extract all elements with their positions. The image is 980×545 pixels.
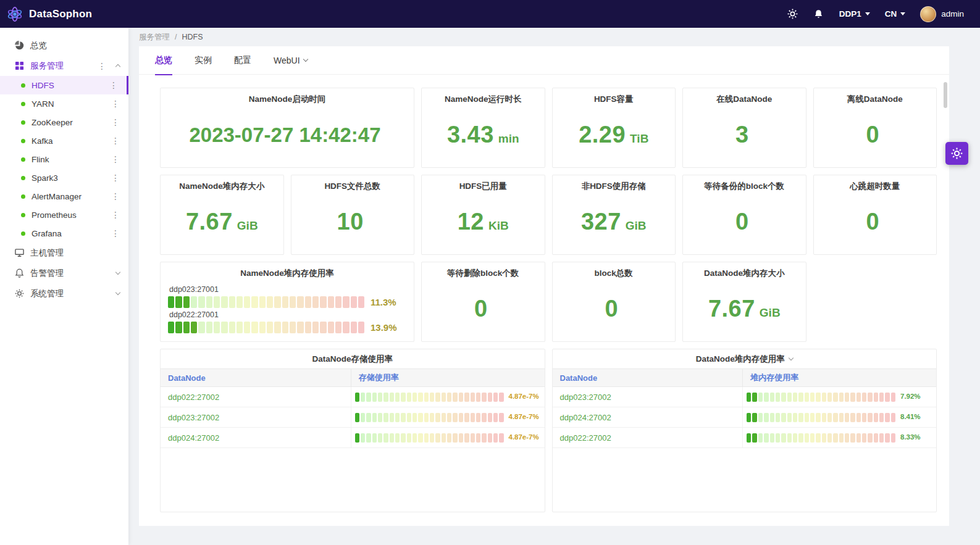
stat-card-value: 10 bbox=[337, 209, 368, 235]
sidebar-item-alertmanager[interactable]: AlertManager ⋮ bbox=[0, 187, 128, 206]
datanode-cell: ddp022:27002 bbox=[161, 387, 351, 407]
gauge-percent: 7.92% bbox=[900, 393, 931, 401]
gauge-percent: 4.87e-7% bbox=[508, 433, 539, 441]
tab-instances[interactable]: 实例 bbox=[195, 46, 212, 75]
sidebar-item-label: 服务管理 bbox=[30, 60, 64, 72]
sidebar-item-grafana[interactable]: Grafana ⋮ bbox=[0, 224, 128, 243]
table-row: ddp023:27002 4.87e-7% bbox=[161, 407, 545, 428]
sidebar-item-spark3[interactable]: Spark3 ⋮ bbox=[0, 168, 128, 187]
topbar: DataSophon DDP1 CN admin bbox=[0, 0, 980, 28]
cluster-name: DDP1 bbox=[839, 9, 861, 19]
datanode-heap-usage-table: DataNode堆内存使用率 DataNode 堆内存使用率 ddp023:27… bbox=[552, 349, 937, 512]
app-brand: DataSophon bbox=[0, 6, 92, 23]
kebab-menu-icon[interactable]: ⋮ bbox=[111, 192, 120, 201]
sidebar-item-label: AlertManager bbox=[31, 192, 82, 201]
stat-card-value: 3 bbox=[735, 122, 753, 148]
kebab-menu-icon[interactable]: ⋮ bbox=[109, 81, 118, 89]
stat-card-value: 2.29TiB bbox=[579, 122, 648, 148]
username: admin bbox=[941, 9, 964, 19]
status-dot-green bbox=[21, 194, 25, 199]
stat-card-hdfs-used: HDFS已用量 12KiB bbox=[421, 175, 545, 255]
stat-card-title: block总数 bbox=[553, 262, 676, 279]
stat-card-value: 0 bbox=[866, 209, 884, 235]
kebab-menu-icon[interactable]: ⋮ bbox=[111, 118, 120, 127]
sidebar-item-hdfs[interactable]: HDFS ⋮ bbox=[0, 76, 128, 94]
sidebar-item-flink[interactable]: Flink ⋮ bbox=[0, 150, 128, 168]
sidebar-item-alert-mgmt[interactable]: 告警管理 bbox=[0, 263, 128, 283]
sidebar-item-kafka[interactable]: Kafka ⋮ bbox=[0, 131, 128, 150]
column-header[interactable]: 存储使用率 bbox=[351, 369, 545, 386]
theme-settings-button[interactable] bbox=[945, 142, 968, 165]
language-label: CN bbox=[885, 9, 897, 19]
table-title[interactable]: DataNode堆内存使用率 bbox=[553, 349, 937, 368]
storage-usage-gauge bbox=[355, 413, 504, 422]
status-dot-green bbox=[21, 83, 25, 88]
chevron-down-icon bbox=[789, 356, 794, 360]
stat-card-title: 等待备份的block个数 bbox=[683, 175, 806, 192]
column-header[interactable]: DataNode bbox=[161, 369, 351, 386]
stat-card-total-blocks: block总数 0 bbox=[552, 262, 676, 342]
datanode-cell: ddp022:27002 bbox=[553, 428, 743, 447]
chevron-down-icon bbox=[115, 290, 120, 295]
stat-card-title: HDFS文件总数 bbox=[291, 175, 414, 192]
tab-webui[interactable]: WebUI bbox=[274, 46, 308, 75]
table-row: ddp022:27002 8.33% bbox=[553, 428, 937, 448]
sidebar-item-host-mgmt[interactable]: 主机管理 bbox=[0, 243, 128, 263]
stat-card-value: 3.43min bbox=[447, 122, 519, 148]
stat-card-value: 0 bbox=[474, 296, 492, 322]
user-menu[interactable]: admin bbox=[920, 6, 964, 22]
kebab-menu-icon[interactable]: ⋮ bbox=[111, 155, 120, 164]
sidebar-item-service-mgmt[interactable]: 服务管理 ⋮ bbox=[0, 56, 128, 76]
kebab-menu-icon[interactable]: ⋮ bbox=[111, 210, 120, 219]
table-row: ddp023:27002 7.92% bbox=[553, 387, 937, 407]
gear-icon bbox=[951, 148, 963, 159]
chevron-down-icon bbox=[115, 270, 120, 275]
language-dropdown[interactable]: CN bbox=[885, 9, 906, 19]
sidebar-item-label: 系统管理 bbox=[30, 288, 64, 299]
sidebar-item-prometheus[interactable]: Prometheus ⋮ bbox=[0, 206, 128, 224]
stat-card-value: 327GiB bbox=[581, 209, 647, 235]
sidebar-item-yarn[interactable]: YARN ⋮ bbox=[0, 94, 128, 113]
status-dot-green bbox=[21, 157, 25, 162]
heap-usage-gauge bbox=[168, 322, 364, 333]
avatar bbox=[920, 6, 936, 22]
column-header[interactable]: 堆内存使用率 bbox=[742, 369, 936, 386]
cluster-dropdown[interactable]: DDP1 bbox=[839, 9, 870, 19]
tab-overview[interactable]: 总览 bbox=[155, 46, 172, 75]
kebab-menu-icon[interactable]: ⋮ bbox=[111, 136, 120, 145]
gauge-percent: 8.41% bbox=[900, 413, 931, 421]
settings-icon[interactable] bbox=[787, 9, 798, 20]
status-dot-green bbox=[21, 213, 25, 217]
caret-down-icon bbox=[865, 12, 870, 15]
status-dot-green bbox=[21, 120, 25, 125]
stat-card-title: 心跳超时数量 bbox=[814, 175, 937, 192]
sidebar-item-system-mgmt[interactable]: 系统管理 bbox=[0, 283, 128, 304]
sidebar-item-zookeeper[interactable]: ZooKeeper ⋮ bbox=[0, 113, 128, 131]
table-title: DataNode存储使用率 bbox=[161, 349, 545, 368]
card-title: NameNode堆内存使用率 bbox=[161, 262, 414, 279]
sidebar-item-label: HDFS bbox=[31, 81, 54, 90]
sidebar-item-label: Prometheus bbox=[31, 210, 77, 220]
namenode-heap-usage-card: NameNode堆内存使用率 ddp023:27001 11.3% ddp022… bbox=[160, 262, 414, 342]
status-dot-green bbox=[21, 176, 25, 180]
sidebar: 总览 服务管理 ⋮ HDFS ⋮ YARN ⋮ ZooKeeper ⋮ Kafk… bbox=[0, 28, 128, 545]
chevron-up-icon[interactable] bbox=[115, 64, 120, 69]
breadcrumb-current: HDFS bbox=[182, 33, 203, 41]
stat-card-blocks-pending-replication: 等待备份的block个数 0 bbox=[682, 175, 806, 255]
stat-card-datanodes-online: 在线DataNode 3 bbox=[682, 88, 806, 168]
dashboard-content: NameNode启动时间 2023-07-27 14:42:47 NameNod… bbox=[139, 75, 949, 526]
scrollbar-thumb[interactable] bbox=[944, 82, 947, 108]
kebab-menu-icon[interactable]: ⋮ bbox=[98, 62, 106, 70]
sidebar-item-overview[interactable]: 总览 bbox=[0, 35, 128, 56]
kebab-menu-icon[interactable]: ⋮ bbox=[111, 173, 120, 182]
alarm-icon[interactable] bbox=[813, 9, 824, 20]
column-header[interactable]: DataNode bbox=[553, 369, 743, 386]
kebab-menu-icon[interactable]: ⋮ bbox=[111, 229, 120, 238]
stat-card-title: HDFS已用量 bbox=[422, 175, 545, 192]
breadcrumb-item[interactable]: 服务管理 bbox=[139, 32, 170, 43]
kebab-menu-icon[interactable]: ⋮ bbox=[111, 99, 120, 108]
tab-config[interactable]: 配置 bbox=[234, 46, 251, 75]
stat-card-title: HDFS容量 bbox=[553, 88, 676, 105]
datanode-cell: ddp024:27002 bbox=[553, 407, 743, 427]
stat-card-title: DataNode堆内存大小 bbox=[683, 262, 806, 279]
